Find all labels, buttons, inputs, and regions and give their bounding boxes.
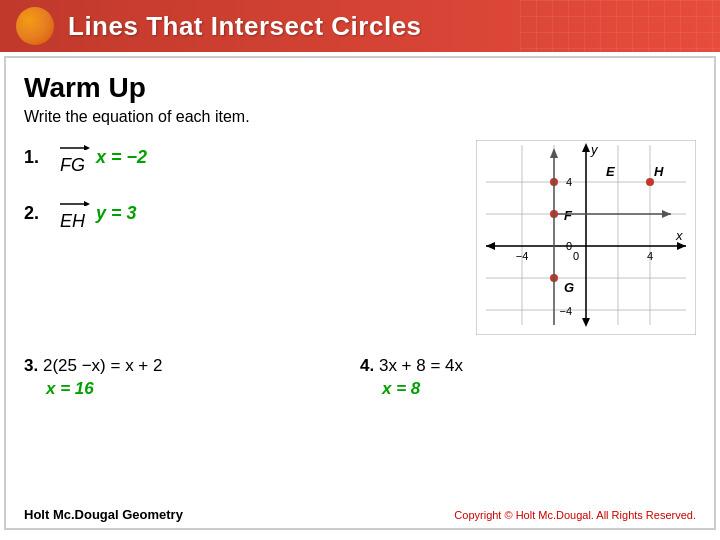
svg-text:x: x xyxy=(675,228,683,243)
problem-2-answer: y = 3 xyxy=(96,203,137,224)
svg-text:−4: −4 xyxy=(559,305,572,317)
svg-text:H: H xyxy=(654,164,664,179)
main-content: Warm Up Write the equation of each item.… xyxy=(4,56,716,530)
problem-1-row: 1. FG x = −2 xyxy=(24,140,466,174)
footer: Holt Mc.Dougal Geometry Copyright © Holt… xyxy=(24,507,696,522)
warm-up-title: Warm Up xyxy=(24,72,696,104)
problem-3: 3. 2(25 −x) = x + 2 xyxy=(24,353,360,379)
problem-4-equation: 3x + 8 = 4x xyxy=(379,356,463,375)
subtitle: Write the equation of each item. xyxy=(24,108,696,126)
svg-text:G: G xyxy=(564,280,574,295)
problem-2-row: 2. EH y = 3 xyxy=(24,196,466,230)
bottom-problems: 3. 2(25 −x) = x + 2 x = 16 4. 3x + 8 = 4… xyxy=(24,353,696,399)
ray-arrow-1-icon xyxy=(60,140,90,150)
graph-container: y x 0 4 −4 4 0 −4 E H F G xyxy=(476,140,696,335)
problem-2-var-text: EH xyxy=(60,212,85,230)
footer-right-text: Copyright © Holt Mc.Dougal. All Rights R… xyxy=(454,509,696,521)
svg-marker-1 xyxy=(84,145,90,150)
problem-3-equation: 2(25 −x) = x + 2 xyxy=(43,356,163,375)
problem-2-line: 2. EH y = 3 xyxy=(24,196,137,230)
problems-area: 1. FG x = −2 2. xyxy=(24,140,696,335)
problem-2-number: 2. xyxy=(24,203,54,224)
graph-svg: y x 0 4 −4 4 0 −4 E H F G xyxy=(476,140,696,335)
svg-marker-3 xyxy=(84,201,90,206)
footer-left-text: Holt Mc.Dougal Geometry xyxy=(24,507,183,522)
problem-1-var-text: FG xyxy=(60,156,85,174)
svg-text:0: 0 xyxy=(573,250,579,262)
svg-text:F: F xyxy=(564,208,573,223)
problems-left: 1. FG x = −2 2. xyxy=(24,140,466,335)
problem-1-number: 1. xyxy=(24,147,54,168)
page-title: Lines That Intersect Circles xyxy=(68,11,422,42)
problem-3-container: 3. 2(25 −x) = x + 2 x = 16 xyxy=(24,353,360,399)
problem-4: 4. 3x + 8 = 4x xyxy=(360,353,696,379)
problem-1-line: 1. FG x = −2 xyxy=(24,140,147,174)
problem-4-number: 4. xyxy=(360,356,374,375)
header-circle-icon xyxy=(16,7,54,45)
problem-2-variable: EH xyxy=(60,196,90,230)
problem-4-container: 4. 3x + 8 = 4x x = 8 xyxy=(360,353,696,399)
svg-text:4: 4 xyxy=(647,250,653,262)
svg-text:4: 4 xyxy=(566,176,572,188)
header: Lines That Intersect Circles xyxy=(0,0,720,52)
svg-point-36 xyxy=(646,178,654,186)
problem-3-number: 3. xyxy=(24,356,38,375)
problem-1-variable: FG xyxy=(60,140,90,174)
problem-4-answer: x = 8 xyxy=(382,379,696,399)
svg-text:0: 0 xyxy=(566,240,572,252)
svg-text:−4: −4 xyxy=(516,250,529,262)
problem-3-answer: x = 16 xyxy=(46,379,360,399)
ray-arrow-2-icon xyxy=(60,196,90,206)
svg-text:E: E xyxy=(606,164,615,179)
problem-1-answer: x = −2 xyxy=(96,147,147,168)
